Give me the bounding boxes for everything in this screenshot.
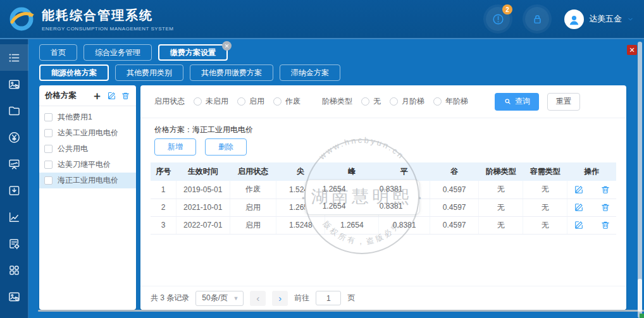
- delete-plan-button[interactable]: [121, 91, 130, 101]
- edit-row-button[interactable]: [574, 202, 584, 212]
- radio-icon[interactable]: [433, 97, 442, 106]
- goto-page-input[interactable]: [316, 291, 341, 305]
- radio-option[interactable]: 年阶梯: [433, 96, 468, 107]
- table-cell: 1.5248: [276, 216, 325, 234]
- nav-tab[interactable]: 首页: [39, 44, 77, 61]
- edit-icon: [574, 202, 584, 212]
- filter-group-label: 阶梯类型: [322, 96, 352, 107]
- plan-list-item[interactable]: 海正工业用电电价: [39, 173, 136, 188]
- grid-apps-icon: [8, 264, 21, 277]
- sidebar-item-grid-apps[interactable]: [0, 257, 28, 283]
- radio-option[interactable]: 作废: [273, 96, 300, 107]
- radio-option[interactable]: 未启用: [194, 96, 228, 107]
- tab-close-icon[interactable]: ✕: [222, 41, 232, 51]
- table-cell: 启用: [230, 216, 276, 234]
- user-menu[interactable]: 达美五金: [564, 9, 634, 29]
- plan-list: 其他费用1达美工业用电电价公共用电达美刀继平电价海正工业用电电价: [39, 106, 136, 188]
- add-plan-button[interactable]: ＋: [92, 90, 102, 101]
- prev-page-button[interactable]: ‹: [250, 291, 266, 306]
- add-row-button[interactable]: 新增: [154, 138, 196, 156]
- table-header-cell: 操作: [567, 162, 616, 181]
- alert-icon: [492, 13, 505, 26]
- nav-tab[interactable]: 综合业务管理: [84, 44, 152, 61]
- sidebar-item-menu-list[interactable]: [0, 44, 28, 71]
- table-cell: 0.8381: [379, 216, 430, 234]
- sidebar-item-currency-yuan[interactable]: [0, 124, 28, 150]
- plan-checkbox[interactable]: [44, 113, 53, 121]
- filter-group-label: 启用状态: [154, 96, 185, 107]
- plan-checkbox[interactable]: [44, 176, 53, 185]
- plan-checkbox[interactable]: [44, 145, 53, 153]
- app-subtitle: ENERGY CONSUMPTION MANAGEMENT SYSTEM: [42, 26, 173, 32]
- nav-tab[interactable]: 缴费方案设置✕: [158, 44, 228, 61]
- goto-label: 前往: [294, 293, 309, 303]
- plan-list-item[interactable]: 达美刀继平电价: [39, 157, 136, 173]
- table-cell: 3: [151, 216, 176, 234]
- lock-button[interactable]: [525, 7, 549, 31]
- floating-card-value: 1.2654: [323, 202, 346, 211]
- sub-tab[interactable]: 滞纳金方案: [280, 64, 340, 81]
- sidebar-item-form-gear[interactable]: [0, 230, 28, 257]
- plan-checkbox[interactable]: [44, 161, 53, 169]
- delete-row-button[interactable]: [600, 220, 610, 230]
- sub-tab[interactable]: 其他费用类别: [115, 64, 183, 81]
- sidebar-item-meter-config[interactable]: [0, 71, 28, 97]
- radio-icon[interactable]: [390, 97, 398, 106]
- plan-list-item[interactable]: 公共用电: [39, 141, 136, 157]
- table-actions-cell: [567, 181, 616, 199]
- table-header-cell: 启用状态: [230, 162, 276, 181]
- radio-option[interactable]: 无: [361, 96, 381, 107]
- sub-tab[interactable]: 其他费用缴费方案: [190, 64, 273, 81]
- page-size-select[interactable]: 50条/页 ▼: [195, 291, 244, 306]
- notification-button[interactable]: 2: [486, 7, 510, 31]
- radio-icon[interactable]: [273, 97, 282, 106]
- delete-rows-button[interactable]: 删除: [205, 138, 247, 156]
- search-icon: [504, 97, 512, 106]
- plan-panel-title: 价格方案: [45, 90, 92, 101]
- filter-groups: 启用状态未启用启用作废阶梯类型无月阶梯年阶梯: [154, 96, 490, 107]
- total-records-text: 共 3 条记录: [151, 293, 189, 303]
- radio-icon[interactable]: [237, 97, 245, 106]
- sidebar-item-line-chart[interactable]: [0, 204, 28, 230]
- radio-icon[interactable]: [361, 97, 369, 106]
- radio-option[interactable]: 月阶梯: [390, 96, 424, 107]
- delete-row-button[interactable]: [600, 185, 610, 195]
- plan-item-label: 达美刀继平电价: [58, 159, 111, 170]
- edit-plan-button[interactable]: [107, 91, 116, 101]
- next-page-button[interactable]: ›: [272, 291, 288, 306]
- main-content: 首页综合业务管理缴费方案设置✕ 能源价格方案其他费用类别其他费用缴费方案滞纳金方…: [28, 39, 644, 318]
- chevron-down-icon: [627, 16, 634, 23]
- table-cell: 2019-05-01: [176, 181, 230, 199]
- tariff-detail-panel: 启用状态未启用启用作废阶梯类型无月阶梯年阶梯 查询 重置 价格方案：海正工业用电…: [140, 85, 626, 310]
- table-cell: 0.4597: [430, 199, 479, 216]
- sidebar-item-screen-chart[interactable]: [0, 150, 28, 177]
- menu-list-icon: [8, 51, 21, 64]
- delete-row-button[interactable]: [600, 202, 610, 212]
- search-button[interactable]: 查询: [495, 93, 539, 111]
- select-caret-icon: ▼: [233, 295, 238, 302]
- plan-checkbox[interactable]: [44, 129, 53, 137]
- edit-row-button[interactable]: [574, 220, 584, 230]
- radio-icon[interactable]: [194, 97, 202, 106]
- image-gear-icon: [8, 290, 21, 303]
- table-header-cell: 容需类型: [523, 162, 567, 181]
- svg-text:www.hncbyun.cn: www.hncbyun.cn: [317, 135, 407, 162]
- table-cell: 1: [151, 181, 176, 199]
- reset-button[interactable]: 重置: [547, 93, 580, 111]
- plan-list-item[interactable]: 其他费用1: [39, 109, 136, 125]
- table-header-cell: 序号: [151, 162, 176, 181]
- close-workspace-button[interactable]: ✕: [627, 45, 637, 55]
- radio-option[interactable]: 启用: [237, 96, 264, 107]
- scrollbar-thumb[interactable]: [638, 279, 642, 312]
- sidebar-item-box-download[interactable]: [0, 177, 28, 204]
- plan-list-item[interactable]: 达美工业用电电价: [39, 125, 136, 141]
- filter-group: 阶梯类型无月阶梯年阶梯: [322, 96, 468, 107]
- sidebar-item-image-gear[interactable]: [0, 283, 28, 310]
- table-header-cell: 尖: [276, 162, 325, 181]
- edit-row-button[interactable]: [574, 185, 584, 195]
- sub-tab[interactable]: 能源价格方案: [39, 64, 109, 81]
- sidebar-item-folder[interactable]: [0, 97, 28, 124]
- horizontal-scrollbar[interactable]: [38, 310, 644, 312]
- nav-tabs: 首页综合业务管理缴费方案设置✕: [39, 44, 228, 61]
- vertical-scrollbar[interactable]: [638, 42, 642, 318]
